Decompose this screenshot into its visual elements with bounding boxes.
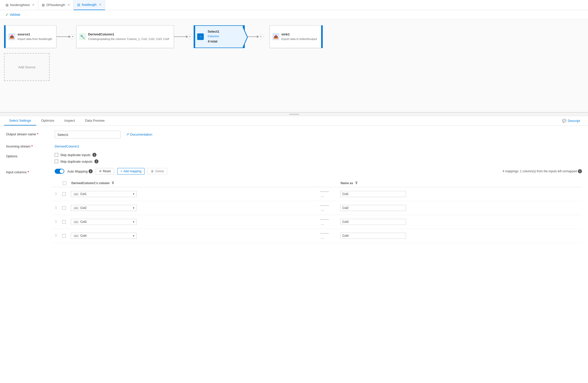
sink1-title: sink1 (281, 32, 317, 36)
col-value-1: Col1 (80, 192, 87, 196)
describe-label: Descript (568, 119, 580, 123)
name-as-filter-icon[interactable]: ⊽ (355, 181, 358, 185)
node-source1[interactable]: 📥 source1 Import data from fixedlength (6, 25, 56, 48)
output-stream-row: Output stream name * ↗ Documentation (6, 131, 582, 138)
tab-fixedlength[interactable]: ⊟ fixedlength ✕ (74, 0, 105, 10)
toolbar: ✓ Validate (0, 10, 588, 19)
reset-label: Reset (103, 169, 111, 173)
plus-1[interactable]: + (70, 34, 75, 39)
node-select1[interactable]: → Select1 Columns: 4 total (195, 25, 243, 48)
add-source-button[interactable]: Add Source (4, 53, 50, 81)
tab-DFfixedlength[interactable]: ⊞ DFfixedlength ✕ (38, 0, 74, 10)
tab-optimize[interactable]: Optimize (36, 116, 59, 125)
tab-icon-2: ⊞ (42, 3, 45, 7)
pipeline-flow: 📥 source1 Import data from fixedlength +… (4, 25, 584, 48)
auto-mapping-info[interactable]: i (89, 169, 93, 173)
validate-icon: ✓ (6, 13, 9, 17)
options-col: Skip duplicate inputs i Skip duplicate o… (55, 153, 98, 163)
skip-dup-inputs-label: Skip duplicate inputs (60, 153, 90, 157)
skip-dup-inputs-info[interactable]: i (92, 153, 96, 157)
source1-icon: 📥 (8, 33, 15, 40)
skip-dup-inputs-checkbox[interactable] (55, 153, 58, 157)
mapping-arrow-3: ——→ (315, 217, 336, 227)
connector-1: + (56, 34, 76, 39)
required-marker-2: * (31, 144, 33, 148)
tab-label-3: fixedlength (82, 3, 96, 7)
name-as-input-2[interactable] (340, 205, 406, 211)
drag-handle-4[interactable]: ⠿ (54, 234, 58, 238)
add-mapping-label: Add mapping (124, 169, 141, 173)
output-stream-input[interactable] (55, 131, 120, 138)
tab-close-1[interactable]: ✕ (32, 3, 34, 7)
minimize-handle[interactable] (0, 113, 588, 116)
arrow-1 (56, 36, 69, 37)
minimize-bar (289, 114, 299, 115)
name-as-input-3[interactable] (340, 219, 406, 225)
incoming-stream-link[interactable]: DerivedColumn1 (55, 143, 79, 148)
col-select-2[interactable]: abc Col2 ▾ (71, 205, 137, 211)
connector-2: + (174, 34, 194, 39)
tab-select-settings[interactable]: Select Settings (4, 116, 36, 125)
col-select-4[interactable]: abc Col4 ▾ (71, 233, 137, 239)
dropdown-arrow-2: ▾ (133, 206, 134, 210)
drag-handle-2[interactable]: ⠿ (54, 206, 58, 210)
select1-title: Select1 (208, 30, 235, 33)
tab-close-3[interactable]: ✕ (99, 3, 101, 6)
documentation-button[interactable]: ↗ Documentation (124, 131, 155, 138)
tab-data-preview[interactable]: Data Preview (80, 116, 110, 125)
col-header-name-as: Name as ⊽ (338, 179, 582, 187)
mapping-info: 4 mappings: 1 column(s) from the inputs … (503, 169, 582, 173)
input-columns-label: Input columns * (6, 169, 52, 174)
node-sink1[interactable]: 📤 sink1 Export data to fxdlenthoutput (270, 25, 321, 48)
delete-icon: 🗑 (151, 169, 154, 173)
select-all-checkbox[interactable] (63, 181, 66, 185)
tab-inspect[interactable]: Inspect (59, 116, 80, 125)
table-header: DerivedColumn1's column ⊽ Name as ⊽ (52, 179, 582, 187)
drag-handle-3[interactable]: ⠿ (54, 220, 58, 224)
row-checkbox-4[interactable] (62, 234, 66, 238)
skip-dup-outputs-label: Skip duplicate outputs (60, 160, 92, 163)
mapping-arrow-4: ——→ (315, 230, 336, 241)
col-select-3[interactable]: abc Col3 ▾ (71, 219, 137, 225)
add-source-label: Add Source (18, 65, 35, 69)
skip-dup-outputs-checkbox[interactable] (55, 160, 58, 163)
plus-3[interactable]: + (258, 34, 263, 39)
auto-mapping-label: Auto Mapping i (67, 169, 93, 173)
dropdown-arrow-3: ▾ (133, 220, 134, 224)
col-header-source: DerivedColumn1's column ⊽ (69, 179, 313, 187)
name-as-input-1[interactable] (340, 191, 406, 197)
describe-icon: 💬 (562, 119, 566, 123)
add-mapping-button[interactable]: + Add mapping (117, 168, 145, 175)
reset-button[interactable]: ↺ Reset (96, 168, 114, 175)
tab-close-2[interactable]: ✕ (68, 3, 70, 7)
derivedcol1-icon: 🔧 (79, 33, 86, 40)
delete-label: Delete (155, 169, 164, 173)
source1-title: source1 (17, 32, 52, 36)
table-row: ⠿ abc Col4 ▾ ——→ (52, 229, 582, 243)
plus-2[interactable]: + (188, 34, 193, 39)
row-checkbox-1[interactable] (62, 192, 66, 196)
drag-handle-1[interactable]: ⠿ (54, 192, 58, 196)
tab-bar: ⊞ fixedlengthtest ✕ ⊞ DFfixedlength ✕ ⊟ … (0, 0, 588, 10)
mapping-info-icon[interactable]: i (578, 169, 582, 173)
name-as-input-4[interactable] (340, 233, 406, 239)
sink1-subtitle: Export data to fxdlenthoutput (281, 37, 317, 41)
auto-mapping-toggle[interactable] (55, 169, 64, 174)
col-select-1[interactable]: abc Col1 ▾ (71, 191, 137, 197)
validate-label: Validate (10, 13, 20, 16)
reset-icon: ↺ (99, 169, 102, 173)
row-checkbox-3[interactable] (62, 220, 66, 224)
skip-dup-inputs-row: Skip duplicate inputs i (55, 153, 98, 157)
row-checkbox-2[interactable] (62, 206, 66, 210)
tab-fixedlengthtest[interactable]: ⊞ fixedlengthtest ✕ (2, 0, 38, 10)
source-filter-icon[interactable]: ⊽ (112, 181, 114, 185)
delete-button[interactable]: 🗑 Delete (148, 168, 167, 175)
validate-button[interactable]: ✓ Validate (3, 12, 23, 18)
type-badge-2: abc (73, 206, 79, 210)
skip-dup-outputs-info[interactable]: i (94, 159, 98, 163)
col-value-3: Col3 (80, 220, 87, 224)
describe-button[interactable]: 💬 Descript (558, 117, 584, 125)
documentation-label: Documentation (130, 133, 152, 136)
input-columns-row: Input columns * Auto Mapping i ↺ Reset +… (6, 168, 582, 175)
node-derivedcol1[interactable]: 🔧 DerivedColumn1 Creating/updating the c… (76, 25, 174, 48)
